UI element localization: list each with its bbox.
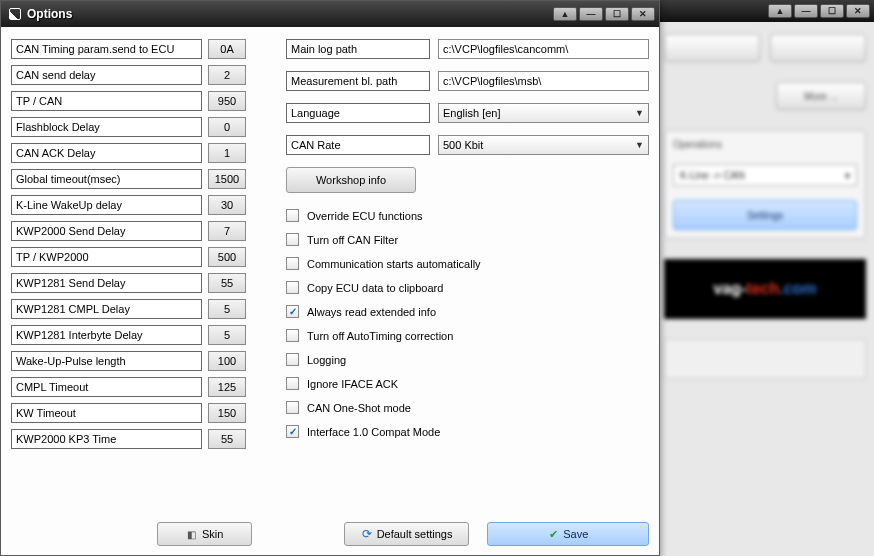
checkbox[interactable] — [286, 233, 299, 246]
checkbox-row[interactable]: Communication starts automatically — [286, 257, 649, 270]
checkbox-row[interactable]: Turn off AutoTiming correction — [286, 329, 649, 342]
language-combo[interactable]: English [en] ▼ — [438, 103, 649, 123]
parent-close-button[interactable]: ✕ — [846, 4, 870, 18]
timing-params-column: CAN Timing param.send to ECU0ACAN send d… — [11, 39, 246, 505]
can-rate-combo-value: 500 Kbit — [443, 139, 483, 151]
dialog-titlebar[interactable]: Options ▲ — ☐ ✕ — [1, 1, 659, 27]
param-label: Wake-Up-Pulse length — [11, 351, 202, 371]
checkbox-label: Override ECU functions — [307, 210, 423, 222]
dialog-arrow-button[interactable]: ▲ — [553, 7, 577, 21]
logo-part1: vag- — [713, 280, 746, 298]
param-value[interactable]: 7 — [208, 221, 246, 241]
chevron-down-icon: ▼ — [635, 108, 644, 118]
checkbox-row[interactable]: Ignore IFACE ACK — [286, 377, 649, 390]
checkbox[interactable]: ✓ — [286, 305, 299, 318]
checkbox-row[interactable]: Logging — [286, 353, 649, 366]
chevron-down-icon: ▼ — [635, 140, 644, 150]
measurement-path-input[interactable] — [438, 71, 649, 91]
param-value[interactable]: 30 — [208, 195, 246, 215]
checkbox[interactable] — [286, 257, 299, 270]
workshop-info-button[interactable]: Workshop info — [286, 167, 416, 193]
settings-button[interactable]: Settings — [673, 200, 857, 230]
param-value[interactable]: 5 — [208, 325, 246, 345]
main-log-path-input[interactable] — [438, 39, 649, 59]
checkbox[interactable] — [286, 377, 299, 390]
param-value[interactable]: 2 — [208, 65, 246, 85]
checkbox-row[interactable]: CAN One-Shot mode — [286, 401, 649, 414]
param-value[interactable]: 1 — [208, 143, 246, 163]
checkbox-row[interactable]: Override ECU functions — [286, 209, 649, 222]
param-value[interactable]: 0A — [208, 39, 246, 59]
checkbox-row[interactable]: Copy ECU data to clipboard — [286, 281, 649, 294]
default-settings-button[interactable]: ⟳ Default settings — [344, 522, 468, 546]
checkbox-label: CAN One-Shot mode — [307, 402, 411, 414]
can-rate-label: CAN Rate — [286, 135, 430, 155]
checkbox-row[interactable]: ✓Interface 1.0 Compat Mode — [286, 425, 649, 438]
save-button[interactable]: ✔ Save — [487, 522, 649, 546]
checkbox[interactable] — [286, 401, 299, 414]
skin-button[interactable]: ◧ Skin — [157, 522, 253, 546]
refresh-icon: ⟳ — [361, 528, 373, 540]
chevron-down-icon: ▾ — [845, 170, 850, 181]
default-button-label: Default settings — [377, 528, 453, 540]
parent-minimize-button[interactable]: — — [794, 4, 818, 18]
param-label: KWP2000 Send Delay — [11, 221, 202, 241]
param-value[interactable]: 500 — [208, 247, 246, 267]
param-value[interactable]: 1500 — [208, 169, 246, 189]
checkbox-label: Always read extended info — [307, 306, 436, 318]
checkbox[interactable] — [286, 209, 299, 222]
operations-combo-value: K-Line -> CAN — [680, 170, 745, 181]
param-label: K-Line WakeUp delay — [11, 195, 202, 215]
param-value[interactable]: 150 — [208, 403, 246, 423]
main-log-path-label: Main log path — [286, 39, 430, 59]
language-label: Language — [286, 103, 430, 123]
checkbox[interactable] — [286, 329, 299, 342]
param-row: Flashblock Delay0 — [11, 117, 246, 137]
param-row: KWP1281 CMPL Delay5 — [11, 299, 246, 319]
checkbox-list: Override ECU functionsTurn off CAN Filte… — [286, 209, 649, 438]
param-label: CAN send delay — [11, 65, 202, 85]
check-icon: ✔ — [547, 528, 559, 540]
dialog-close-button[interactable]: ✕ — [631, 7, 655, 21]
operations-combo[interactable]: K-Line -> CAN ▾ — [673, 164, 857, 186]
bg-button-2[interactable] — [770, 34, 866, 62]
dialog-minimize-button[interactable]: — — [579, 7, 603, 21]
bg-button-1[interactable] — [664, 34, 760, 62]
param-row: CMPL Timeout125 — [11, 377, 246, 397]
param-value[interactable]: 55 — [208, 429, 246, 449]
param-value[interactable]: 100 — [208, 351, 246, 371]
save-button-label: Save — [563, 528, 588, 540]
param-label: Global timeout(msec) — [11, 169, 202, 189]
param-row: K-Line WakeUp delay30 — [11, 195, 246, 215]
skin-button-label: Skin — [202, 528, 223, 540]
checkbox-label: Copy ECU data to clipboard — [307, 282, 443, 294]
parent-arrow-icon[interactable]: ▲ — [768, 4, 792, 18]
checkbox-label: Logging — [307, 354, 346, 366]
more-button[interactable]: More ... — [776, 82, 866, 110]
options-icon — [9, 8, 21, 20]
param-row: TP / CAN950 — [11, 91, 246, 111]
dialog-maximize-button[interactable]: ☐ — [605, 7, 629, 21]
checkbox-label: Turn off AutoTiming correction — [307, 330, 453, 342]
param-row: CAN Timing param.send to ECU0A — [11, 39, 246, 59]
checkbox[interactable] — [286, 353, 299, 366]
checkbox-row[interactable]: Turn off CAN Filter — [286, 233, 649, 246]
settings-column: Main log path Measurement bl. path Langu… — [286, 39, 649, 505]
options-dialog: Options ▲ — ☐ ✕ CAN Timing param.send to… — [0, 0, 660, 556]
param-value[interactable]: 0 — [208, 117, 246, 137]
param-value[interactable]: 5 — [208, 299, 246, 319]
checkbox[interactable]: ✓ — [286, 425, 299, 438]
param-row: KWP2000 Send Delay7 — [11, 221, 246, 241]
param-label: TP / CAN — [11, 91, 202, 111]
param-label: KW Timeout — [11, 403, 202, 423]
param-value[interactable]: 125 — [208, 377, 246, 397]
param-value[interactable]: 950 — [208, 91, 246, 111]
checkbox[interactable] — [286, 281, 299, 294]
param-row: KWP1281 Send Delay55 — [11, 273, 246, 293]
can-rate-combo[interactable]: 500 Kbit ▼ — [438, 135, 649, 155]
param-row: TP / KWP2000500 — [11, 247, 246, 267]
checkbox-row[interactable]: ✓Always read extended info — [286, 305, 649, 318]
param-value[interactable]: 55 — [208, 273, 246, 293]
param-label: CAN ACK Delay — [11, 143, 202, 163]
parent-maximize-button[interactable]: ☐ — [820, 4, 844, 18]
